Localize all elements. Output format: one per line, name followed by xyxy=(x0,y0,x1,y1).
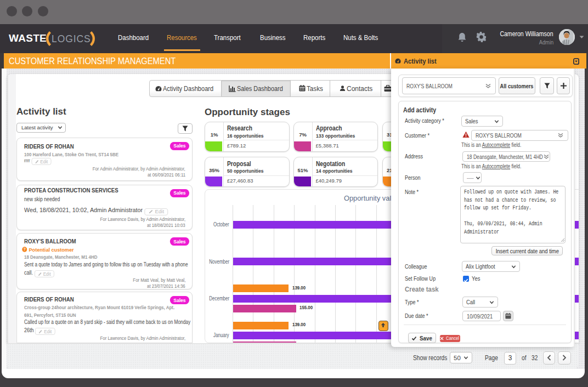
svg-text:?: ? xyxy=(24,247,26,251)
